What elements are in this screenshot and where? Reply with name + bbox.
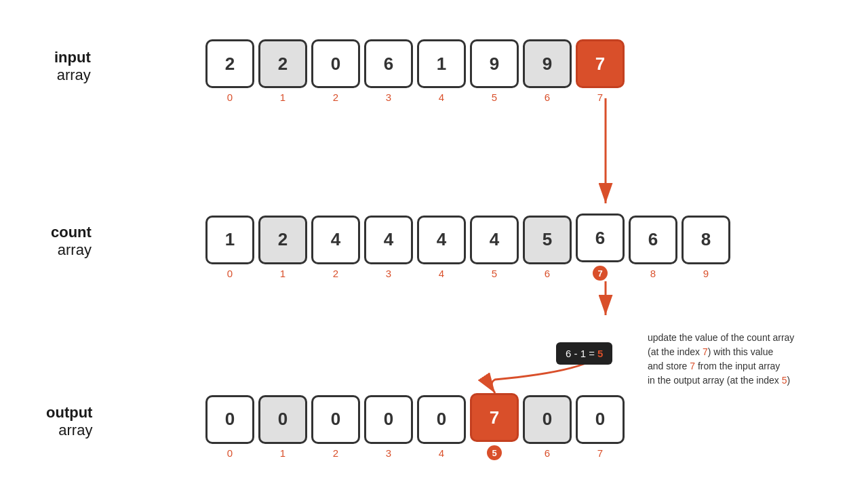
count-cell-4: 44: [417, 216, 466, 279]
tooltip-highlight: 5: [597, 348, 603, 359]
tooltip-box: 6 - 1 = 5: [556, 342, 612, 365]
input-array-label: input array: [54, 49, 91, 84]
output-cell-index-3: 3: [386, 447, 391, 459]
count-cell-value-0: 1: [205, 216, 254, 264]
input-cell-index-2: 2: [333, 92, 338, 103]
output-cell-index-4: 4: [439, 447, 444, 459]
count-label-normal: array: [51, 241, 92, 259]
output-cell-index-7: 7: [597, 447, 603, 459]
input-label-bold: input: [54, 49, 91, 66]
count-cell-index-5: 5: [492, 268, 497, 279]
output-label-normal: array: [46, 422, 92, 439]
annotation-line1: update the value of the count array: [648, 332, 794, 343]
count-cell-index-3: 3: [386, 268, 391, 279]
count-cell-value-1: 2: [258, 216, 307, 264]
annotation-line4-post: ): [787, 375, 790, 386]
output-cell-7: 07: [576, 395, 625, 459]
count-cell-1: 21: [258, 216, 307, 279]
count-cell-index-2: 2: [333, 268, 338, 279]
count-cell-value-5: 4: [470, 216, 519, 264]
input-cell-value-4: 1: [417, 39, 466, 88]
output-cell-index-6: 6: [545, 447, 550, 459]
output-cell-4: 04: [417, 395, 466, 459]
input-label-normal: array: [54, 66, 91, 84]
output-cell-3: 03: [364, 395, 413, 459]
count-cell-index-6: 6: [545, 268, 550, 279]
count-cell-index-0: 0: [227, 268, 233, 279]
input-cell-0: 20: [205, 39, 254, 103]
count-cell-value-6: 5: [523, 216, 572, 264]
output-cell-1: 01: [258, 395, 307, 459]
annotation-line3-post: from the input array: [695, 361, 780, 371]
count-cell-value-3: 4: [364, 216, 413, 264]
output-array-row: 0001020304750607: [203, 393, 627, 460]
input-cell-1: 21: [258, 39, 307, 103]
output-cell-value-5: 7: [470, 393, 519, 442]
input-cell-value-0: 2: [205, 39, 254, 88]
annotation-line4-pre: in the output array (at the index: [648, 375, 782, 386]
output-cell-0: 00: [205, 395, 254, 459]
input-cell-index-0: 0: [227, 92, 233, 103]
input-cell-value-1: 2: [258, 39, 307, 88]
diagram: input array 2021026314959677 count array…: [0, 0, 868, 488]
input-cell-2: 02: [311, 39, 360, 103]
annotation-index7: 7: [703, 346, 708, 357]
output-cell-5: 75: [470, 393, 519, 460]
output-cell-value-2: 0: [311, 395, 360, 444]
count-cell-9: 89: [682, 216, 730, 279]
count-array-label: count array: [51, 224, 92, 259]
input-cell-index-4: 4: [439, 92, 444, 103]
output-cell-value-1: 0: [258, 395, 307, 444]
input-cell-index-6: 6: [545, 92, 550, 103]
count-cell-6: 56: [523, 216, 572, 279]
input-cell-value-3: 6: [364, 39, 413, 88]
input-cell-6: 96: [523, 39, 572, 103]
output-cell-value-3: 0: [364, 395, 413, 444]
annotation-line3-pre: and store: [648, 361, 690, 371]
annotation-line2-pre: (at the index: [648, 346, 703, 357]
output-label-bold: output: [46, 404, 92, 422]
output-cell-index-2: 2: [333, 447, 338, 459]
input-cell-index-5: 5: [492, 92, 497, 103]
input-cell-value-2: 0: [311, 39, 360, 88]
count-cell-3: 43: [364, 216, 413, 279]
count-cell-value-7: 6: [576, 214, 625, 262]
input-cell-value-7: 7: [576, 39, 625, 88]
count-cell-index-7: 7: [593, 266, 608, 281]
count-cell-7: 67: [576, 214, 625, 281]
output-array-label: output array: [46, 404, 92, 439]
count-cell-value-9: 8: [682, 216, 730, 264]
count-cell-index-1: 1: [280, 268, 285, 279]
annotation-line2-post: ) with this value: [708, 346, 773, 357]
input-cell-3: 63: [364, 39, 413, 103]
count-cell-index-8: 8: [650, 268, 656, 279]
count-array-row: 10214243444556676889: [203, 214, 732, 281]
input-cell-7: 77: [576, 39, 625, 103]
input-cell-index-1: 1: [280, 92, 285, 103]
output-cell-index-0: 0: [227, 447, 233, 459]
input-cell-value-5: 9: [470, 39, 519, 88]
count-cell-0: 10: [205, 216, 254, 279]
output-cell-index-1: 1: [280, 447, 285, 459]
count-cell-2: 42: [311, 216, 360, 279]
output-cell-2: 02: [311, 395, 360, 459]
output-cell-value-4: 0: [417, 395, 466, 444]
count-cell-value-4: 4: [417, 216, 466, 264]
annotation-text: update the value of the count array (at …: [648, 331, 794, 388]
input-cell-index-7: 7: [597, 92, 603, 103]
output-cell-value-0: 0: [205, 395, 254, 444]
output-cell-index-5: 5: [487, 445, 502, 460]
count-cell-index-9: 9: [703, 268, 709, 279]
tooltip-text: 6 - 1 =: [566, 348, 597, 359]
output-cell-value-6: 0: [523, 395, 572, 444]
output-cell-6: 06: [523, 395, 572, 459]
count-cell-8: 68: [629, 216, 677, 279]
count-label-bold: count: [51, 224, 92, 241]
output-cell-value-7: 0: [576, 395, 625, 444]
count-cell-value-8: 6: [629, 216, 677, 264]
count-cell-value-2: 4: [311, 216, 360, 264]
input-cell-4: 14: [417, 39, 466, 103]
input-array-row: 2021026314959677: [203, 39, 627, 103]
count-cell-index-4: 4: [439, 268, 444, 279]
input-cell-index-3: 3: [386, 92, 391, 103]
